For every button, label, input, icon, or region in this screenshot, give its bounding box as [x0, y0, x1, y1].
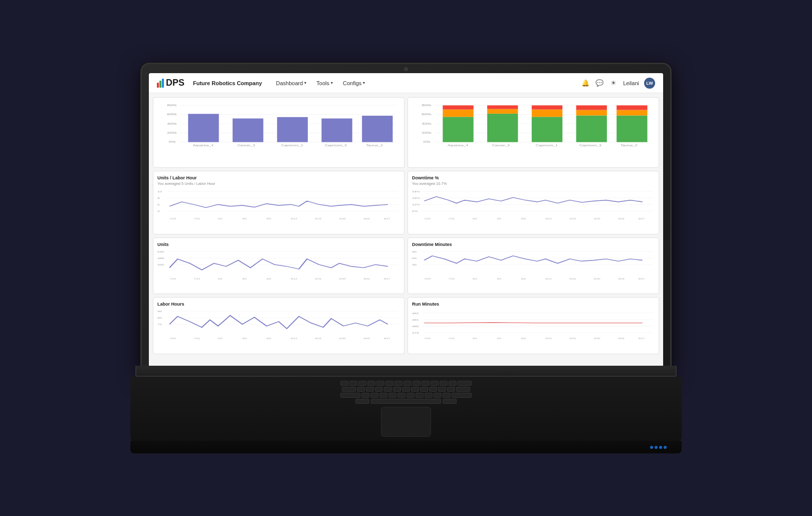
svg-text:8/2: 8/2: [473, 218, 477, 220]
labor-hours-title: Labor Hours: [157, 302, 400, 307]
svg-text:7/31: 7/31: [194, 218, 200, 220]
key: [403, 381, 412, 386]
nav-configs[interactable]: Configs ▾: [339, 78, 369, 88]
svg-rect-39: [532, 105, 562, 109]
key: [379, 393, 387, 398]
laptop-base: [130, 366, 682, 453]
svg-text:75: 75: [157, 323, 162, 326]
svg-text:Taurus_2: Taurus_2: [621, 144, 638, 147]
svg-text:80: 80: [157, 317, 162, 319]
svg-rect-14: [322, 118, 352, 142]
key: [370, 393, 378, 398]
svg-text:60: 60: [412, 257, 417, 260]
svg-text:0%: 0%: [424, 141, 431, 144]
svg-text:90: 90: [157, 310, 162, 313]
key: [388, 393, 396, 398]
bell-icon[interactable]: 🔔: [581, 79, 590, 88]
bar-chart-left: 80% 60% 40% 20% 0%: [157, 102, 400, 157]
svg-text:12%: 12%: [412, 203, 420, 206]
key: [431, 381, 439, 386]
chat-icon[interactable]: 💬: [595, 79, 604, 88]
svg-text:8/27: 8/27: [384, 278, 390, 280]
svg-text:18%: 18%: [412, 197, 420, 199]
svg-text:20%: 20%: [422, 131, 431, 134]
svg-rect-43: [617, 116, 647, 142]
svg-text:Cancer_3: Cancer_3: [238, 144, 255, 147]
settings-icon[interactable]: ☀: [609, 79, 618, 88]
svg-rect-15: [362, 116, 392, 142]
svg-text:7/29: 7/29: [424, 218, 431, 220]
svg-text:Capricorn_1: Capricorn_1: [281, 144, 303, 147]
svg-text:Aquarius_4: Aquarius_4: [448, 144, 468, 147]
dashboard: 80% 60% 40% 20% 0%: [149, 93, 663, 368]
svg-rect-13: [277, 117, 308, 142]
key: [375, 387, 383, 392]
nav-menu: Dashboard ▾ Tools ▾ Configs ▾: [272, 78, 575, 88]
svg-text:Cancer_3: Cancer_3: [492, 144, 510, 147]
svg-text:8/27: 8/27: [639, 278, 645, 280]
nav-tools[interactable]: Tools ▾: [312, 78, 337, 88]
svg-text:8/27: 8/27: [384, 218, 390, 220]
svg-text:7/31: 7/31: [194, 278, 200, 280]
svg-text:8/12: 8/12: [291, 218, 297, 220]
svg-text:Capricorn_3: Capricorn_3: [325, 144, 347, 147]
svg-text:8/24: 8/24: [618, 218, 625, 220]
svg-text:Capricorn_3: Capricorn_3: [579, 144, 601, 147]
nav-dashboard[interactable]: Dashboard ▾: [272, 78, 311, 88]
avatar[interactable]: LW: [644, 78, 655, 89]
key: [416, 393, 424, 398]
svg-text:8/20: 8/20: [339, 278, 346, 280]
svg-text:8/20: 8/20: [339, 218, 346, 220]
svg-text:8/8: 8/8: [267, 278, 271, 280]
svg-text:8/16: 8/16: [570, 218, 576, 220]
svg-text:8/12: 8/12: [291, 338, 297, 340]
run-minutes-chart: 482 481 480 479 7/29 7/31: [412, 308, 655, 343]
svg-text:60%: 60%: [167, 113, 176, 116]
downtime-min-chart: 90 60 30 7/29 7/31 8/2 8/5 8/8: [412, 248, 655, 283]
svg-text:8/12: 8/12: [545, 218, 552, 220]
key: [438, 387, 446, 392]
downtime-pct-subtitle: You averaged 10.7%: [412, 181, 655, 186]
svg-text:8/8: 8/8: [267, 218, 271, 220]
key: [447, 387, 455, 392]
svg-text:8/24: 8/24: [363, 218, 370, 220]
svg-text:0%: 0%: [169, 141, 176, 144]
key: [429, 387, 437, 392]
svg-text:8/27: 8/27: [639, 338, 645, 340]
svg-text:7/31: 7/31: [194, 338, 200, 340]
key: [449, 381, 457, 386]
key: [357, 387, 365, 392]
camera: [404, 67, 408, 71]
svg-text:640: 640: [157, 250, 164, 252]
svg-text:8/12: 8/12: [545, 338, 552, 340]
svg-text:482: 482: [412, 312, 419, 315]
key: [411, 387, 419, 392]
svg-text:60%: 60%: [422, 113, 431, 116]
svg-rect-11: [188, 114, 219, 142]
logo-icon: [157, 79, 164, 88]
svg-text:480: 480: [412, 326, 419, 328]
svg-text:8/5: 8/5: [497, 278, 501, 280]
svg-rect-37: [532, 117, 562, 142]
svg-text:40%: 40%: [167, 122, 176, 125]
logo-bar-red: [157, 83, 159, 88]
svg-text:24%: 24%: [412, 190, 420, 193]
run-minutes-title: Run Minutes: [412, 302, 655, 307]
keyboard: [130, 377, 682, 407]
svg-text:8/8: 8/8: [521, 218, 526, 220]
spacebar: [371, 399, 441, 404]
key: [422, 381, 430, 386]
key: [340, 393, 360, 398]
svg-text:80%: 80%: [167, 104, 176, 107]
screen: DPS Future Robotics Company Dashboard ▾ …: [149, 73, 663, 368]
run-minutes-panel: Run Minutes 482 481 480 479: [408, 297, 659, 354]
logo-bar-blue: [162, 79, 164, 88]
key: [342, 387, 356, 392]
svg-text:8/24: 8/24: [363, 338, 370, 340]
units-labor-title: Units / Labor Hour: [157, 175, 400, 180]
svg-text:8/16: 8/16: [570, 338, 576, 340]
svg-text:8/20: 8/20: [594, 338, 600, 340]
svg-text:Taurus_2: Taurus_2: [366, 144, 383, 147]
laptop-hinge: [135, 366, 677, 377]
svg-text:8/16: 8/16: [315, 218, 322, 220]
